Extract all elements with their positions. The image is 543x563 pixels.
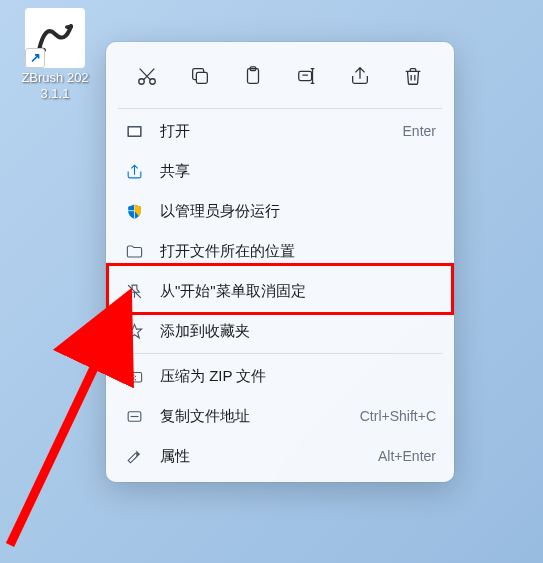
menu-run-as-admin[interactable]: 以管理员身份运行 xyxy=(112,191,448,231)
delete-button[interactable] xyxy=(393,58,433,94)
menu-add-favorites[interactable]: 添加到收藏夹 xyxy=(112,311,448,351)
menu-copy-path-shortcut: Ctrl+Shift+C xyxy=(360,408,436,424)
svg-rect-9 xyxy=(128,127,139,135)
context-menu: 打开 Enter 共享 以管理员身份运行 打开文件所在的位置 从"开始"菜单取消… xyxy=(106,42,454,482)
menu-properties-label: 属性 xyxy=(160,447,378,466)
menu-properties-shortcut: Alt+Enter xyxy=(378,448,436,464)
zbrush-icon xyxy=(25,8,85,68)
menu-copy-path[interactable]: 复制文件地址 Ctrl+Shift+C xyxy=(112,396,448,436)
menu-add-favorites-label: 添加到收藏夹 xyxy=(160,322,436,341)
svg-point-3 xyxy=(149,79,155,85)
open-icon xyxy=(124,121,144,141)
menu-open-location[interactable]: 打开文件所在的位置 xyxy=(112,231,448,271)
paste-button[interactable] xyxy=(233,58,273,94)
menu-compress-zip-label: 压缩为 ZIP 文件 xyxy=(160,367,436,386)
shortcut-overlay-icon xyxy=(25,48,45,68)
context-toolbar xyxy=(112,48,448,106)
share-button[interactable] xyxy=(340,58,380,94)
menu-share[interactable]: 共享 xyxy=(112,151,448,191)
menu-compress-zip[interactable]: 压缩为 ZIP 文件 xyxy=(112,356,448,396)
copy-path-icon xyxy=(124,406,144,426)
svg-point-1 xyxy=(65,25,73,29)
unpin-icon xyxy=(124,281,144,301)
menu-open-label: 打开 xyxy=(160,122,403,141)
menu-open-shortcut: Enter xyxy=(403,123,436,139)
folder-icon xyxy=(124,241,144,261)
menu-divider xyxy=(118,353,442,354)
shield-icon xyxy=(124,201,144,221)
desktop-icon-label: ZBrush 2023.1.1 xyxy=(16,70,94,103)
share-icon xyxy=(124,161,144,181)
svg-rect-4 xyxy=(196,72,207,83)
menu-divider xyxy=(118,108,442,109)
menu-open[interactable]: 打开 Enter xyxy=(112,111,448,151)
cut-button[interactable] xyxy=(127,58,167,94)
svg-point-2 xyxy=(138,79,144,85)
menu-share-label: 共享 xyxy=(160,162,436,181)
menu-open-location-label: 打开文件所在的位置 xyxy=(160,242,436,261)
rename-button[interactable] xyxy=(287,58,327,94)
menu-unpin-start[interactable]: 从"开始"菜单取消固定 xyxy=(112,271,448,311)
svg-rect-7 xyxy=(298,71,311,80)
copy-button[interactable] xyxy=(180,58,220,94)
star-icon xyxy=(124,321,144,341)
menu-properties[interactable]: 属性 Alt+Enter xyxy=(112,436,448,476)
menu-copy-path-label: 复制文件地址 xyxy=(160,407,360,426)
desktop-shortcut-zbrush[interactable]: ZBrush 2023.1.1 xyxy=(16,8,94,103)
menu-unpin-start-label: 从"开始"菜单取消固定 xyxy=(160,282,436,301)
zip-icon xyxy=(124,366,144,386)
wrench-icon xyxy=(124,446,144,466)
menu-run-as-admin-label: 以管理员身份运行 xyxy=(160,202,436,221)
